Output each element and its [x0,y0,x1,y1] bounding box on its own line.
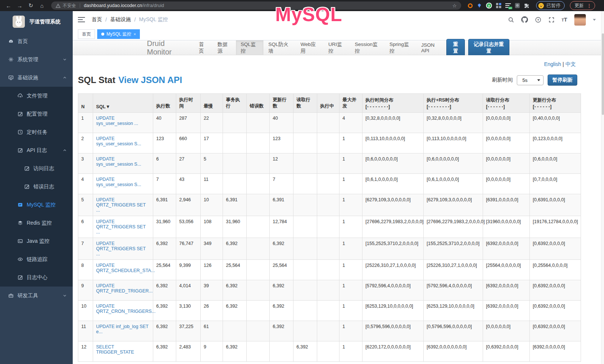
extension-gray-icon[interactable] [515,3,520,8]
column-header-tx-exec[interactable]: 事务执行 [223,94,247,113]
sql-link[interactable]: UPDATE QRTZ_FIRED_TRIGGER... [96,283,153,294]
sidebar-item-redis-monitor[interactable]: Redis 监控 [0,214,73,232]
sidebar-item-java-monitor[interactable]: Java 监控 [0,232,73,250]
cell-exec-time-dist: [0,5796,596,0,0,0,0,0] [362,321,424,341]
avatar[interactable] [574,14,586,26]
browser-reload-button[interactable]: ↻ [26,2,36,9]
sidebar-item-home[interactable]: 首页 [0,32,73,50]
druid-nav-item[interactable]: SQL监控 [236,40,264,55]
sql-link[interactable]: UPDATE sys_user_session ... [96,116,138,126]
sql-link[interactable]: UPDATE sys_user_session S... [96,177,141,187]
sidebar-item-error-log[interactable]: 错误日志 [0,178,73,196]
url-host[interactable]: dashboard.yudao.iocoder.cn [84,3,142,8]
column-header-update-row-dist[interactable]: 更新行分布[- - - - - -] [530,94,581,113]
druid-brand[interactable]: Druid Monitor [141,39,194,56]
sql-link[interactable]: UPDATE QRTZ_SCHEDULER_STA... [96,263,155,273]
sql-link[interactable]: SELECT TRIGGER_STATE [96,344,134,355]
sql-link[interactable]: UPDATE sys_user_session S... [96,136,141,146]
search-icon[interactable] [508,17,514,23]
sidebar-item-scheduled-jobs[interactable]: 定时任务 [0,123,73,141]
sql-link[interactable]: UPDATE QRTZ_TRIGGERS SET ... [96,219,146,235]
column-header-read-rows[interactable]: 读取行数 [293,94,317,113]
column-header-sql[interactable]: SQL▼ [93,94,153,113]
extension-gem-icon[interactable] [477,3,482,8]
user-menu-caret-icon[interactable] [593,19,596,21]
fullscreen-icon[interactable] [548,17,555,23]
bookmark-star-icon[interactable]: ☆ [452,3,457,9]
sidebar-item-config-mgmt[interactable]: 配置管理 [0,105,73,123]
column-header-update-rows[interactable]: 更新行数 [270,94,293,113]
reset-button[interactable]: 重置 [446,39,465,57]
tab-mysql-monitor[interactable]: MySQL 监控 × [97,29,140,39]
pause-refresh-button[interactable]: 暂停刷新 [548,75,577,86]
browser-update-button[interactable]: 更新 ⋮ [570,1,595,10]
column-header-exec-count[interactable]: 执行数 [153,94,176,113]
url-path[interactable]: /infra/druid [142,3,164,8]
lang-english-link[interactable]: English [544,61,561,67]
column-header-max-concurrent[interactable]: 最大并发 [339,94,362,113]
sidebar-item-file-mgmt[interactable]: 文件管理 [0,87,73,105]
druid-nav-item[interactable]: JSON API [416,40,446,55]
extension-list-icon[interactable]: on [505,3,511,8]
druid-nav-item[interactable]: Session监控 [350,40,385,55]
column-header-slowest[interactable]: 最慢 [201,94,223,113]
scrollbar-thumb[interactable] [602,33,604,115]
druid-nav-item[interactable]: Spring监控 [385,40,416,55]
sidebar-item-tracing[interactable]: 链路追踪 [0,250,73,268]
column-header-exec-time-dist[interactable]: 执行时间分布[- - - - - - - -] [362,94,424,113]
address-bar[interactable]: 不安全 dashboard.yudao.iocoder.cn /infra/dr… [51,1,461,10]
column-header-n[interactable]: N [78,94,93,113]
sidebar-item-api-log[interactable]: API 日志 [0,141,73,159]
browser-back-button[interactable]: ← [4,3,13,9]
github-icon[interactable] [521,16,528,23]
cell-slowest: 26 [201,301,223,321]
app-logo-row[interactable]: 芋道管理系统 [0,11,73,32]
column-header-errors[interactable]: 错误数 [247,94,270,113]
extension-y-icon[interactable]: y [486,3,492,9]
sql-link[interactable]: UPDATE QRTZ_TRIGGERS SET ... [96,197,146,213]
druid-nav-item[interactable]: SQL防火墙 [263,40,296,55]
sidebar-item-dev-tools[interactable]: 研发工具 [0,287,73,305]
sidebar-item-log-center[interactable]: 日志中心 [0,268,73,287]
column-header-running[interactable]: 执行中 [317,94,339,113]
sidebar-item-label: 错误日志 [33,183,54,190]
cell-slowest: 39 [201,280,223,301]
sidebar-item-mysql-monitor[interactable]: MySQL 监控 [0,196,73,214]
sidebar-item-label: 链路追踪 [27,256,47,263]
page-scrollbar[interactable] [601,11,604,364]
sql-link[interactable]: UPDATE QRTZ_TRIGGERS SET ... [96,241,146,257]
sql-link[interactable]: UPDATE sys_user_session S... [96,156,141,167]
sql-link[interactable]: UPDATE inf_job_log SET e... [96,324,148,334]
sidebar-item-system-mgmt[interactable]: 系统管理 [0,50,73,69]
breadcrumb-home[interactable]: 首页 [92,16,102,23]
sql-link[interactable]: UPDATE QRTZ_CRON_TRIGGERS... [96,304,155,314]
close-icon[interactable]: × [134,32,136,36]
druid-nav-item[interactable]: 数据源 [213,40,236,55]
font-size-icon[interactable]: TT [562,16,567,23]
druid-nav-item[interactable]: 首页 [194,40,213,55]
column-header-read-row-dist[interactable]: 读取行分布[- - - - - -] [483,94,530,113]
refresh-interval-select[interactable]: 5s [517,75,544,85]
druid-nav-item[interactable]: URI监控 [324,40,350,55]
tab-home[interactable]: 首页 [78,29,95,39]
sidebar-item-access-log[interactable]: 访问日志 [0,159,73,178]
extension-blocks-icon[interactable] [496,3,501,8]
puzzle-extensions-icon[interactable] [524,3,529,9]
sidebar-item-infrastructure[interactable]: 基础设施 [0,69,73,87]
extension-donut-icon[interactable] [468,3,473,8]
browser-forward-button[interactable]: → [15,3,24,9]
column-header-exec-rs-dist[interactable]: 执行+RS时分布[- - - - - - - -] [424,94,483,113]
column-header-exec-time[interactable]: 执行时间 [176,94,201,113]
view-json-api-link[interactable]: View JSON API [118,75,182,85]
browser-menu-icon[interactable]: ⋮ [587,3,592,9]
security-label[interactable]: 不安全 [63,3,76,9]
breadcrumb-infra[interactable]: 基础设施 [110,16,131,23]
help-icon[interactable]: ? [535,17,541,23]
profile-paused-chip[interactable]: 已暂停 [536,1,565,10]
browser-home-button[interactable]: ⌂ [37,3,47,9]
sidebar-toggle-icon[interactable] [78,17,85,22]
druid-nav-item[interactable]: Web应用 [296,40,324,55]
cell-update-rows: 123 [270,133,293,153]
lang-chinese-link[interactable]: 中文 [565,61,576,67]
log-and-reset-button[interactable]: 记录日志并重置 [468,39,509,57]
